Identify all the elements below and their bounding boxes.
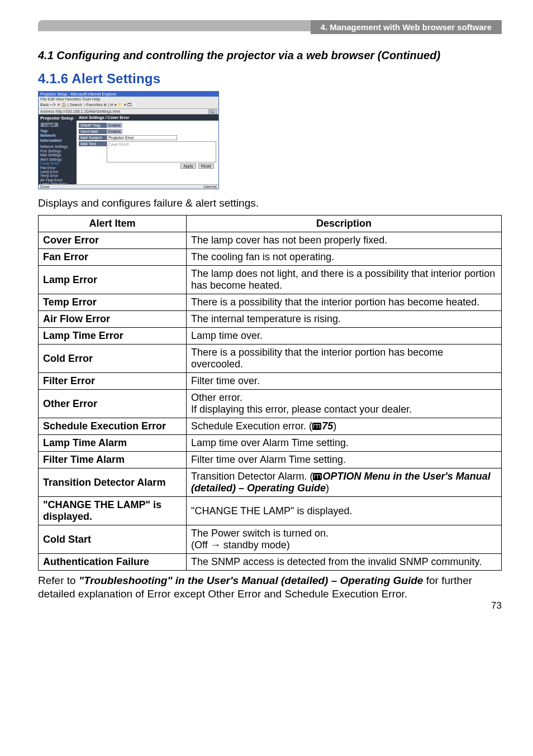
alert-item: Filter Time Alarm: [39, 452, 187, 468]
ie-address-bar: Address http://192.168.1.10/AlertSetting…: [39, 109, 218, 114]
logoff-button[interactable]: Logoff: [40, 122, 59, 127]
alert-desc: Transition Detector Alarm. (OPTION Menu …: [187, 468, 502, 497]
table-row: Lamp Time Error Lamp time over.: [39, 328, 502, 344]
alert-desc-line: If displaying this error, please contact…: [191, 404, 412, 415]
table-row: Other Error Other error. If displaying t…: [39, 390, 502, 418]
alert-item: Air Flow Error: [39, 311, 187, 328]
refnote-em: "Troubleshooting" in the User's Manual (…: [79, 575, 423, 586]
section-continued: 4.1 Configuring and controlling the proj…: [38, 49, 502, 62]
panel-title: Alert Settings / Cover Error: [77, 114, 218, 121]
alert-item: Authentication Failure: [39, 554, 187, 571]
table-row: Authentication Failure The SNMP access i…: [39, 554, 502, 571]
sidebar-information[interactable]: Information: [40, 138, 75, 143]
manual-icon: [313, 473, 322, 480]
table-row: Cold Start The Power switch is turned on…: [39, 525, 502, 554]
alert-item: Transition Detector Alarm: [39, 468, 187, 497]
table-row: "CHANGE THE LAMP" is displayed. "CHANGE …: [39, 497, 502, 525]
table-row: Filter Error Filter time over.: [39, 373, 502, 390]
alert-desc: There is a possibility that the interior…: [187, 344, 502, 373]
sidebar-item[interactable]: Lamp Error: [40, 170, 75, 174]
refnote-pre: Refer to: [38, 575, 79, 586]
desc-pre: Transition Detector Alarm. (: [191, 471, 313, 482]
alert-item: Cover Error: [39, 232, 187, 249]
alert-item: Lamp Error: [39, 266, 187, 294]
alert-desc-line: Other error.: [191, 392, 242, 403]
manual-icon: [312, 423, 321, 430]
alert-item: Lamp Time Alarm: [39, 435, 187, 452]
reset-button[interactable]: Reset: [198, 164, 214, 169]
sidebar-alert-settings[interactable]: Alert Settings: [40, 157, 75, 161]
alert-item: Temp Error: [39, 294, 187, 311]
sidebar-top: Top:: [40, 129, 75, 133]
snmp-trap-label: SNMP Trap: [79, 123, 107, 128]
mail-subject-input[interactable]: Projector Error: [107, 135, 177, 140]
sidebar-item[interactable]: Fan Error: [40, 166, 75, 170]
ie-address-text: Address http://192.168.1.10/AlertSetting…: [40, 109, 120, 113]
table-row: Filter Time Alarm Filter time over Alarm…: [39, 452, 502, 468]
alert-desc: The lamp cover has not been properly fix…: [187, 232, 502, 249]
alert-item: Other Error: [39, 390, 187, 418]
alert-desc: The lamp does not light, and there is a …: [187, 266, 502, 294]
table-row: Cover Error The lamp cover has not been …: [39, 232, 502, 249]
sidebar-item[interactable]: Air Flow Error: [40, 178, 75, 182]
sidebar-item[interactable]: Temp Error: [40, 174, 75, 178]
ie-go-button[interactable]: Go: [208, 109, 217, 114]
reference-note: Refer to "Troubleshooting" in the User's…: [38, 574, 502, 601]
apply-button[interactable]: Apply: [180, 164, 196, 169]
sidebar-network[interactable]: Network: [40, 133, 75, 138]
alert-item: Schedule Execution Error: [39, 418, 187, 435]
ie-menubar: File Edit View Favorites Tools Help: [39, 97, 218, 102]
alert-desc: Filter time over Alarm Time setting.: [187, 452, 502, 468]
alert-item: Cold Start: [39, 525, 187, 554]
desc-post: ): [333, 420, 336, 432]
page-number: 73: [38, 600, 502, 611]
send-mail-label: Send Mail: [79, 129, 107, 134]
alert-desc: There is a possibility that the interior…: [187, 294, 502, 311]
sidebar-mail-settings[interactable]: Mail Settings: [40, 153, 75, 157]
alert-desc: The internal temperature is rising.: [187, 311, 502, 328]
subsection-title: 4.1.6 Alert Settings: [38, 71, 502, 87]
sidebar-item[interactable]: Cover Error: [40, 161, 75, 165]
sidebar-port-settings[interactable]: Port Settings: [40, 149, 75, 153]
screenshot-alert-settings: Projector Setup - Microsoft Internet Exp…: [38, 91, 219, 189]
table-row: Schedule Execution Error Schedule Execut…: [39, 418, 502, 435]
alert-desc: The Power switch is turned on. (Off → st…: [187, 525, 502, 554]
send-mail-value[interactable]: Enable: [107, 129, 122, 134]
alert-item: Fan Error: [39, 249, 187, 266]
alert-table: Alert Item Description Cover Error The l…: [38, 215, 502, 571]
alert-desc: The SNMP access is detected from the inv…: [187, 554, 502, 571]
sidebar-heading: Projector Setup: [40, 116, 75, 121]
ie-status-bar: Done Internet: [39, 184, 218, 189]
mail-subject-label: Mail Subject: [79, 135, 107, 140]
mail-text-label: Mail Text: [79, 141, 107, 146]
screenshot-main: Alert Settings / Cover Error SNMP Trap E…: [77, 114, 218, 187]
alert-item: Lamp Time Error: [39, 328, 187, 344]
chapter-header: 4. Management with Web browser software: [38, 20, 502, 36]
alert-item: Filter Error: [39, 373, 187, 390]
table-row: Cold Error There is a possibility that t…: [39, 344, 502, 373]
alert-desc: Schedule Execution error. (75): [187, 418, 502, 435]
alert-desc: Filter time over.: [187, 373, 502, 390]
table-row: Fan Error The cooling fan is not operati…: [39, 249, 502, 266]
screenshot-sidebar: Projector Setup Logoff Top: Network Info…: [39, 114, 77, 187]
alert-desc-line: The Power switch is turned on.: [191, 528, 329, 539]
sidebar-network-settings[interactable]: Network Settings: [40, 145, 75, 149]
ie-toolbar: Back • ⟳ ✕ 🏠 | Search ☆Favorites ⊕ | ✉ ▾…: [39, 102, 218, 109]
snmp-trap-value[interactable]: Enable: [107, 123, 122, 128]
alert-desc: Lamp time over Alarm Time setting.: [187, 435, 502, 452]
alert-desc-line: (Off → standby mode): [191, 539, 290, 551]
table-row: Temp Error There is a possibility that t…: [39, 294, 502, 311]
th-alert-item: Alert Item: [39, 216, 187, 232]
ie-status-left: Done: [40, 185, 50, 189]
ie-titlebar: Projector Setup - Microsoft Internet Exp…: [39, 92, 218, 97]
intro-text: Displays and configures failure & alert …: [38, 197, 502, 209]
table-row: Air Flow Error The internal temperature …: [39, 311, 502, 328]
mail-text-input[interactable]: Cover Error!!: [107, 141, 216, 162]
alert-desc: "CHANGE THE LAMP" is displayed.: [187, 497, 502, 525]
table-row: Lamp Time Alarm Lamp time over Alarm Tim…: [39, 435, 502, 452]
th-description: Description: [187, 216, 502, 232]
chapter-title: 4. Management with Web browser software: [311, 20, 502, 34]
page-ref: 75: [322, 420, 333, 432]
alert-desc: Lamp time over.: [187, 328, 502, 344]
ie-status-right: Internet: [203, 185, 217, 189]
